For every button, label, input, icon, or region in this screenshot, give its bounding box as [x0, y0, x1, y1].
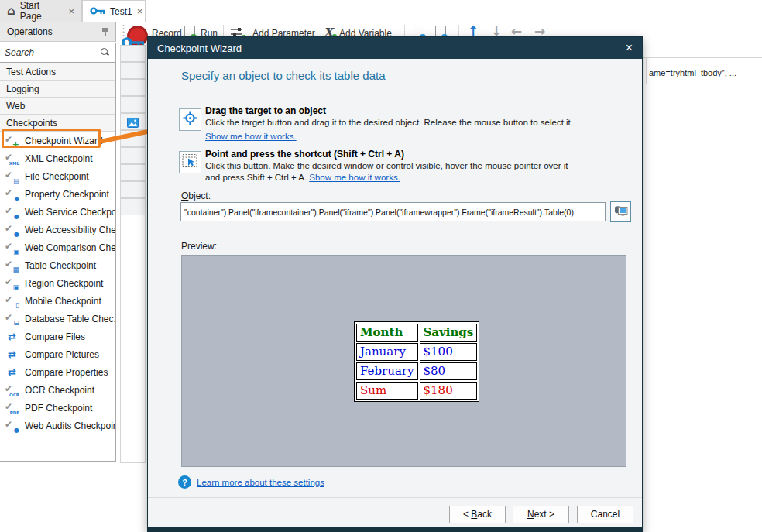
table-row: Sum$180	[356, 382, 477, 400]
sidebar-item-file-checkpoint[interactable]: ✔▤File Checkpoint	[0, 167, 115, 185]
pin-icon[interactable]	[101, 27, 109, 36]
sidebar-item-ocr-checkpoint[interactable]: ✔OCROCR Checkpoint	[0, 381, 115, 399]
drag-target-button[interactable]	[179, 108, 201, 131]
learn-more-link[interactable]: Learn more about these settings	[197, 478, 324, 487]
preview-table-cell: $180	[420, 382, 478, 400]
show-me-how-link[interactable]: Show me how it works.	[205, 132, 297, 141]
file-checkpoint-icon: ✔▤	[5, 170, 19, 183]
keyword-test-cell[interactable]	[120, 45, 146, 62]
sidebar-category-test-actions[interactable]: Test Actions	[0, 63, 115, 81]
xml-checkpoint-icon: ✔XML	[5, 153, 19, 165]
web-accessibility-checkpoint-icon: ✔●	[5, 224, 19, 236]
help-icon[interactable]: ?	[178, 475, 191, 489]
sidebar-item-label: PDF Checkpoint	[25, 403, 92, 414]
operations-panel-header: Operations	[0, 22, 116, 42]
instruction-body: and press Shift + Ctrl + A.	[205, 173, 309, 182]
compare-files-icon: ⇄	[5, 331, 19, 343]
keyword-test-cell[interactable]	[120, 62, 146, 79]
web-service-checkpoint-icon: ✔●	[5, 206, 19, 218]
sidebar-item-label: XML Checkpoint	[25, 153, 93, 164]
sidebar-item-label: Web Accessibility Che...	[25, 225, 116, 235]
editor-grid-line	[646, 57, 647, 84]
tab-test1[interactable]: Test1 ×	[82, 0, 146, 22]
close-tab-icon[interactable]: ×	[137, 5, 143, 17]
sidebar-item-label: Web Comparison Che...	[25, 242, 116, 253]
image-icon	[127, 117, 139, 131]
sidebar-item-xml-checkpoint[interactable]: ✔XMLXML Checkpoint	[0, 149, 115, 167]
sidebar-item-label: File Checkpoint	[25, 171, 89, 182]
sidebar-item-label: Property Checkpoint	[25, 189, 109, 200]
home-icon: ⌂	[7, 4, 15, 18]
tab-label: Test1	[110, 6, 132, 17]
help-row: ? Learn more about these settings	[178, 475, 324, 489]
shortcut-instructions: Point and press the shortcut (Shift + Ct…	[205, 149, 608, 184]
keyword-test-cell[interactable]	[120, 96, 146, 113]
back-button[interactable]: < Back	[449, 506, 506, 523]
keyword-test-cell[interactable]	[120, 181, 146, 198]
sidebar-category-logging[interactable]: Logging	[0, 81, 115, 98]
footer-divider	[148, 497, 642, 498]
tab-start-page[interactable]: ⌂ Start Page ×	[0, 0, 82, 22]
drag-target-instructions: Drag the target to an object Click the t…	[205, 105, 608, 142]
preview-table-cell: $80	[420, 362, 478, 380]
sidebar-item-web-service-checkpoint[interactable]: ✔●Web Service Checkpoint	[0, 203, 115, 221]
sidebar-item-pdf-checkpoint[interactable]: ✔PDFPDF Checkpoint	[0, 399, 115, 417]
keyword-test-cell[interactable]	[120, 147, 146, 164]
property-checkpoint-icon: ✔◆	[5, 188, 19, 201]
sidebar-item-web-comparison-che[interactable]: ✔▣Web Comparison Che...	[0, 239, 115, 256]
editor-grid-line	[643, 84, 762, 84]
sidebar-item-web-accessibility-che[interactable]: ✔●Web Accessibility Che...	[0, 221, 115, 239]
next-button[interactable]: Next >	[513, 506, 569, 523]
tab-label: Start Page	[20, 0, 64, 22]
compare-properties-icon: ⇄	[5, 366, 19, 379]
sidebar-item-web-audits-checkpoint[interactable]: ✔●Web Audits Checkpoint	[0, 417, 115, 434]
sidebar-item-compare-properties[interactable]: ⇄Compare Properties	[0, 363, 115, 381]
sidebar-item-label: Table Checkpoint	[25, 260, 96, 271]
sidebar-item-label: Database Table Chec...	[25, 314, 116, 324]
pdf-checkpoint-icon: ✔PDF	[5, 402, 19, 414]
sidebar-item-compare-files[interactable]: ⇄Compare Files	[0, 328, 115, 345]
sidebar-item-label: Web Service Checkpoint	[25, 207, 116, 218]
object-name-input[interactable]	[180, 202, 606, 221]
ocr-checkpoint-icon: ✔OCR	[5, 384, 19, 396]
show-me-how-link[interactable]: Show me how it works.	[309, 173, 400, 182]
mobile-checkpoint-icon: ✔▯	[5, 295, 19, 307]
dialog-title: Checkpoint Wizard	[157, 43, 242, 54]
sidebar-item-label: Compare Properties	[25, 367, 108, 378]
document-tab-bar: ⌂ Start Page × Test1 ×	[0, 0, 762, 22]
table-row: February$80	[356, 362, 477, 380]
object-picker-button[interactable]	[610, 201, 631, 222]
preview-label: Preview:	[181, 241, 217, 252]
keyword-test-cell[interactable]	[120, 198, 146, 215]
instruction-title: Drag the target to an object	[205, 105, 608, 117]
operations-panel-title: Operations	[7, 26, 53, 37]
sidebar-category-web[interactable]: Web	[0, 98, 115, 115]
search-icon	[101, 48, 109, 57]
search-input[interactable]	[5, 45, 96, 60]
keyword-test-cell[interactable]	[120, 79, 146, 96]
sidebar-item-label: OCR Checkpoint	[25, 385, 94, 396]
keyword-test-cell[interactable]	[120, 164, 146, 181]
sidebar-item-table-checkpoint[interactable]: ✔▦Table Checkpoint	[0, 256, 115, 274]
dialog-titlebar[interactable]: Checkpoint Wizard ×	[148, 37, 642, 59]
region-checkpoint-icon: ✔▣	[5, 277, 19, 290]
dialog-heading: Specify an object to check its table dat…	[181, 69, 386, 82]
sidebar-item-database-table-chec[interactable]: ✔⊟Database Table Chec...	[0, 310, 115, 328]
sidebar-item-mobile-checkpoint[interactable]: ✔▯Mobile Checkpoint	[0, 292, 115, 310]
preview-area: MonthSavingsJanuary$100February$80Sum$18…	[181, 255, 626, 467]
editor-grid-line	[643, 57, 762, 58]
checkpoint-wizard-dialog: Checkpoint Wizard × Specify an object to…	[147, 36, 643, 532]
database-table-checkpoint-icon: ✔⊟	[5, 313, 19, 325]
preview-table-header: Month	[356, 324, 418, 342]
sidebar-item-property-checkpoint[interactable]: ✔◆Property Checkpoint	[0, 185, 115, 203]
close-icon[interactable]: ×	[626, 42, 633, 54]
point-shortcut-button[interactable]	[179, 151, 201, 173]
sidebar-item-region-checkpoint[interactable]: ✔▣Region Checkpoint	[0, 274, 115, 292]
sidebar-item-compare-pictures[interactable]: ⇄Compare Pictures	[0, 345, 115, 363]
table-checkpoint-icon: ✔▦	[5, 259, 19, 272]
cancel-button[interactable]: Cancel	[577, 506, 633, 523]
close-tab-icon[interactable]: ×	[68, 5, 74, 17]
keyword-test-cell[interactable]	[120, 113, 146, 130]
web-audits-checkpoint-icon: ✔●	[5, 420, 19, 432]
preview-table-header: Savings	[420, 324, 478, 342]
